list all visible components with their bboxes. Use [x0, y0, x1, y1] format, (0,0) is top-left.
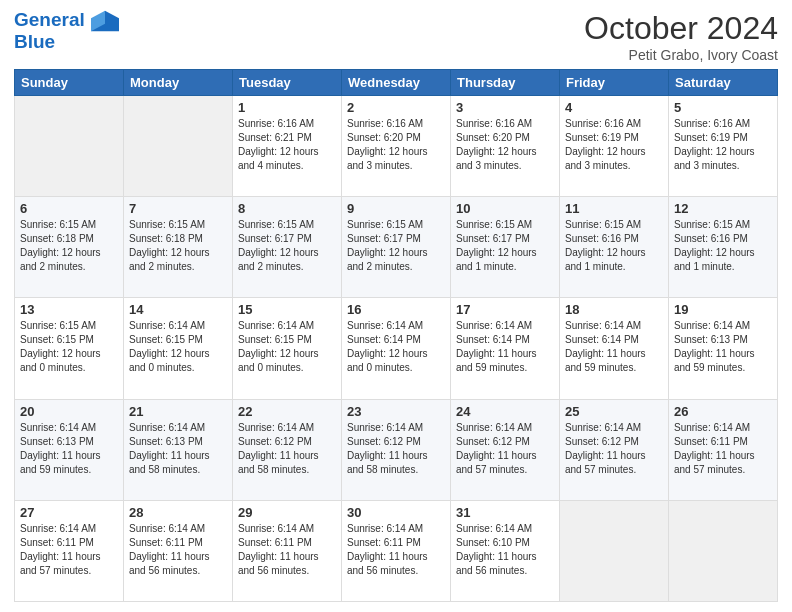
day-header: Wednesday: [342, 70, 451, 96]
day-info: Sunrise: 6:14 AMSunset: 6:14 PMDaylight:…: [456, 319, 554, 375]
day-info: Sunrise: 6:14 AMSunset: 6:14 PMDaylight:…: [347, 319, 445, 375]
calendar-cell: 23Sunrise: 6:14 AMSunset: 6:12 PMDayligh…: [342, 399, 451, 500]
day-info: Sunrise: 6:16 AMSunset: 6:19 PMDaylight:…: [674, 117, 772, 173]
day-number: 4: [565, 100, 663, 115]
day-header: Thursday: [451, 70, 560, 96]
day-number: 19: [674, 302, 772, 317]
day-number: 17: [456, 302, 554, 317]
calendar-cell: 18Sunrise: 6:14 AMSunset: 6:14 PMDayligh…: [560, 298, 669, 399]
calendar-cell: 17Sunrise: 6:14 AMSunset: 6:14 PMDayligh…: [451, 298, 560, 399]
calendar-cell: 4Sunrise: 6:16 AMSunset: 6:19 PMDaylight…: [560, 96, 669, 197]
day-info: Sunrise: 6:14 AMSunset: 6:11 PMDaylight:…: [347, 522, 445, 578]
day-info: Sunrise: 6:14 AMSunset: 6:11 PMDaylight:…: [238, 522, 336, 578]
day-number: 25: [565, 404, 663, 419]
day-header: Monday: [124, 70, 233, 96]
day-info: Sunrise: 6:15 AMSunset: 6:18 PMDaylight:…: [129, 218, 227, 274]
calendar-cell: 10Sunrise: 6:15 AMSunset: 6:17 PMDayligh…: [451, 197, 560, 298]
day-number: 3: [456, 100, 554, 115]
day-number: 16: [347, 302, 445, 317]
day-info: Sunrise: 6:15 AMSunset: 6:15 PMDaylight:…: [20, 319, 118, 375]
calendar-cell: 27Sunrise: 6:14 AMSunset: 6:11 PMDayligh…: [15, 500, 124, 601]
day-info: Sunrise: 6:14 AMSunset: 6:14 PMDaylight:…: [565, 319, 663, 375]
day-info: Sunrise: 6:16 AMSunset: 6:20 PMDaylight:…: [347, 117, 445, 173]
month-title: October 2024: [584, 10, 778, 47]
calendar-cell: [124, 96, 233, 197]
day-info: Sunrise: 6:16 AMSunset: 6:20 PMDaylight:…: [456, 117, 554, 173]
day-info: Sunrise: 6:14 AMSunset: 6:10 PMDaylight:…: [456, 522, 554, 578]
header: General Blue October 2024 Petit Grabo, I…: [14, 10, 778, 63]
day-number: 23: [347, 404, 445, 419]
day-number: 27: [20, 505, 118, 520]
page: General Blue October 2024 Petit Grabo, I…: [0, 0, 792, 612]
calendar-cell: 12Sunrise: 6:15 AMSunset: 6:16 PMDayligh…: [669, 197, 778, 298]
calendar-header-row: SundayMondayTuesdayWednesdayThursdayFrid…: [15, 70, 778, 96]
calendar-cell: 22Sunrise: 6:14 AMSunset: 6:12 PMDayligh…: [233, 399, 342, 500]
day-number: 21: [129, 404, 227, 419]
day-info: Sunrise: 6:14 AMSunset: 6:13 PMDaylight:…: [129, 421, 227, 477]
calendar-cell: 30Sunrise: 6:14 AMSunset: 6:11 PMDayligh…: [342, 500, 451, 601]
day-header: Saturday: [669, 70, 778, 96]
calendar-week-row: 6Sunrise: 6:15 AMSunset: 6:18 PMDaylight…: [15, 197, 778, 298]
calendar-week-row: 20Sunrise: 6:14 AMSunset: 6:13 PMDayligh…: [15, 399, 778, 500]
calendar-cell: 9Sunrise: 6:15 AMSunset: 6:17 PMDaylight…: [342, 197, 451, 298]
calendar-cell: 24Sunrise: 6:14 AMSunset: 6:12 PMDayligh…: [451, 399, 560, 500]
calendar-cell: 13Sunrise: 6:15 AMSunset: 6:15 PMDayligh…: [15, 298, 124, 399]
day-info: Sunrise: 6:15 AMSunset: 6:16 PMDaylight:…: [674, 218, 772, 274]
day-info: Sunrise: 6:14 AMSunset: 6:13 PMDaylight:…: [20, 421, 118, 477]
calendar-cell: 29Sunrise: 6:14 AMSunset: 6:11 PMDayligh…: [233, 500, 342, 601]
day-info: Sunrise: 6:14 AMSunset: 6:11 PMDaylight:…: [674, 421, 772, 477]
day-number: 30: [347, 505, 445, 520]
calendar-cell: 1Sunrise: 6:16 AMSunset: 6:21 PMDaylight…: [233, 96, 342, 197]
day-info: Sunrise: 6:14 AMSunset: 6:12 PMDaylight:…: [238, 421, 336, 477]
day-info: Sunrise: 6:15 AMSunset: 6:17 PMDaylight:…: [347, 218, 445, 274]
calendar-cell: 20Sunrise: 6:14 AMSunset: 6:13 PMDayligh…: [15, 399, 124, 500]
day-number: 6: [20, 201, 118, 216]
location: Petit Grabo, Ivory Coast: [584, 47, 778, 63]
day-number: 29: [238, 505, 336, 520]
calendar-cell: 14Sunrise: 6:14 AMSunset: 6:15 PMDayligh…: [124, 298, 233, 399]
day-number: 28: [129, 505, 227, 520]
day-number: 11: [565, 201, 663, 216]
calendar-cell: 8Sunrise: 6:15 AMSunset: 6:17 PMDaylight…: [233, 197, 342, 298]
day-info: Sunrise: 6:14 AMSunset: 6:12 PMDaylight:…: [347, 421, 445, 477]
day-info: Sunrise: 6:14 AMSunset: 6:11 PMDaylight:…: [129, 522, 227, 578]
day-number: 5: [674, 100, 772, 115]
day-number: 26: [674, 404, 772, 419]
day-number: 1: [238, 100, 336, 115]
day-info: Sunrise: 6:15 AMSunset: 6:16 PMDaylight:…: [565, 218, 663, 274]
day-number: 9: [347, 201, 445, 216]
day-info: Sunrise: 6:14 AMSunset: 6:11 PMDaylight:…: [20, 522, 118, 578]
calendar-cell: 31Sunrise: 6:14 AMSunset: 6:10 PMDayligh…: [451, 500, 560, 601]
logo-text: General: [14, 10, 119, 32]
calendar-cell: 5Sunrise: 6:16 AMSunset: 6:19 PMDaylight…: [669, 96, 778, 197]
day-info: Sunrise: 6:14 AMSunset: 6:12 PMDaylight:…: [456, 421, 554, 477]
day-info: Sunrise: 6:15 AMSunset: 6:17 PMDaylight:…: [238, 218, 336, 274]
day-info: Sunrise: 6:14 AMSunset: 6:15 PMDaylight:…: [129, 319, 227, 375]
calendar-table: SundayMondayTuesdayWednesdayThursdayFrid…: [14, 69, 778, 602]
day-number: 18: [565, 302, 663, 317]
calendar-cell: 7Sunrise: 6:15 AMSunset: 6:18 PMDaylight…: [124, 197, 233, 298]
calendar-week-row: 13Sunrise: 6:15 AMSunset: 6:15 PMDayligh…: [15, 298, 778, 399]
day-number: 13: [20, 302, 118, 317]
calendar-cell: 3Sunrise: 6:16 AMSunset: 6:20 PMDaylight…: [451, 96, 560, 197]
day-number: 2: [347, 100, 445, 115]
logo: General Blue: [14, 10, 119, 53]
day-info: Sunrise: 6:16 AMSunset: 6:19 PMDaylight:…: [565, 117, 663, 173]
day-number: 14: [129, 302, 227, 317]
calendar-cell: 28Sunrise: 6:14 AMSunset: 6:11 PMDayligh…: [124, 500, 233, 601]
calendar-cell: 26Sunrise: 6:14 AMSunset: 6:11 PMDayligh…: [669, 399, 778, 500]
day-info: Sunrise: 6:16 AMSunset: 6:21 PMDaylight:…: [238, 117, 336, 173]
day-number: 7: [129, 201, 227, 216]
logo-icon: [91, 10, 119, 32]
day-number: 10: [456, 201, 554, 216]
calendar-week-row: 27Sunrise: 6:14 AMSunset: 6:11 PMDayligh…: [15, 500, 778, 601]
day-header: Tuesday: [233, 70, 342, 96]
calendar-week-row: 1Sunrise: 6:16 AMSunset: 6:21 PMDaylight…: [15, 96, 778, 197]
day-number: 12: [674, 201, 772, 216]
day-number: 24: [456, 404, 554, 419]
calendar-cell: 15Sunrise: 6:14 AMSunset: 6:15 PMDayligh…: [233, 298, 342, 399]
day-info: Sunrise: 6:14 AMSunset: 6:15 PMDaylight:…: [238, 319, 336, 375]
day-info: Sunrise: 6:15 AMSunset: 6:18 PMDaylight:…: [20, 218, 118, 274]
calendar-cell: [15, 96, 124, 197]
calendar-cell: 25Sunrise: 6:14 AMSunset: 6:12 PMDayligh…: [560, 399, 669, 500]
